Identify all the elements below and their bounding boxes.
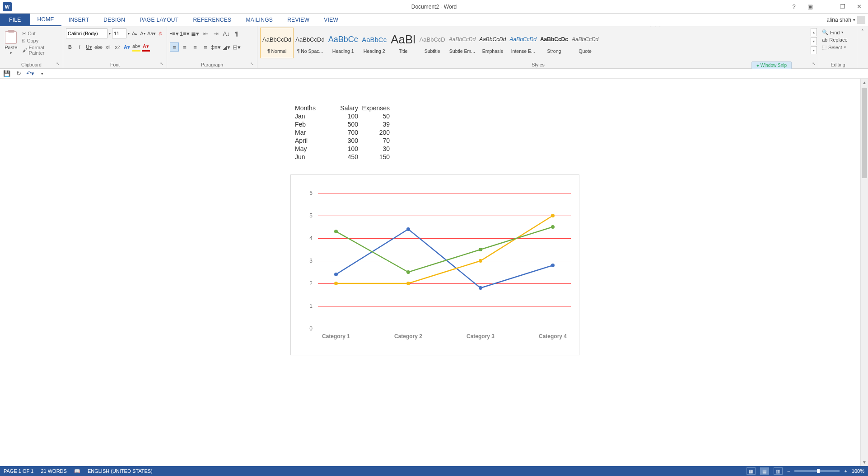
tab-references[interactable]: REFERENCES <box>186 14 238 26</box>
style-subtitle[interactable]: AaBbCcDSubtitle <box>418 28 447 58</box>
increase-indent-button[interactable]: ⇥ <box>211 29 220 38</box>
zoom-out-button[interactable]: − <box>787 468 790 474</box>
numbering-button[interactable]: 1≡▾ <box>180 29 189 38</box>
style-heading-2[interactable]: AaBbCcHeading 2 <box>360 28 389 58</box>
clear-formatting-button[interactable]: A̷ <box>157 29 164 38</box>
user-name: alina shah <box>826 17 851 23</box>
tab-insert[interactable]: INSERT <box>61 14 97 26</box>
highlight-button[interactable]: ab▾ <box>132 42 140 52</box>
undo-button[interactable]: ↶▾ <box>26 70 34 78</box>
format-painter-button[interactable]: 🖌Format Painter <box>22 45 60 56</box>
subscript-button[interactable]: x2 <box>104 42 112 52</box>
proofing-icon[interactable]: 📖 <box>74 468 80 474</box>
strikethrough-button[interactable]: abc <box>94 42 103 52</box>
change-case-button[interactable]: Aa▾ <box>148 29 156 38</box>
shading-button[interactable]: ◢▾ <box>222 42 231 52</box>
web-layout-button[interactable]: ▥ <box>774 467 783 475</box>
zoom-in-button[interactable]: + <box>844 468 847 474</box>
borders-button[interactable]: ⊞▾ <box>232 42 241 52</box>
tab-design[interactable]: DESIGN <box>96 14 132 26</box>
grow-font-button[interactable]: A▴ <box>131 29 138 38</box>
vertical-scrollbar[interactable]: ▲ ▼ <box>860 79 868 466</box>
zoom-level[interactable]: 100% <box>852 468 864 474</box>
bold-button[interactable]: B <box>66 42 74 52</box>
tab-mailings[interactable]: MAILINGS <box>238 14 280 26</box>
print-layout-button[interactable]: ▤ <box>760 467 769 475</box>
style-heading-1[interactable]: AaBbCcHeading 1 <box>327 28 360 58</box>
data-table[interactable]: MonthsSalaryExpensesJan10050Feb50039Mar7… <box>295 104 390 161</box>
scroll-up-arrow[interactable]: ▲ <box>861 79 868 86</box>
tab-page-layout[interactable]: PAGE LAYOUT <box>132 14 186 26</box>
help-button[interactable]: ? <box>789 2 799 11</box>
table-header: Months <box>295 104 327 112</box>
styles-scroll-down[interactable]: ▾ <box>811 37 817 45</box>
save-button[interactable]: 💾 <box>3 70 11 78</box>
font-size-combo[interactable] <box>112 28 126 38</box>
style-title[interactable]: AaBlTitle <box>389 28 418 58</box>
align-right-button[interactable]: ≡ <box>191 42 200 52</box>
style--no-spac-[interactable]: AaBbCcDd¶ No Spac... <box>294 28 326 58</box>
align-center-button[interactable]: ≡ <box>180 42 189 52</box>
style-subtle-em-[interactable]: AaBbCcDdSubtle Em... <box>447 28 477 58</box>
qat-customize[interactable]: ▾ <box>38 70 46 78</box>
style-strong[interactable]: AaBbCcDcStrong <box>538 28 570 58</box>
styles-scroll-up[interactable]: ▴ <box>811 28 817 36</box>
collapse-ribbon-button[interactable]: ˄ <box>857 26 868 68</box>
font-launcher[interactable]: ⤡ <box>160 61 165 67</box>
user-account[interactable]: alina shah▾ <box>826 14 865 26</box>
style--normal[interactable]: AaBbCcDd¶ Normal <box>260 28 294 58</box>
bullets-button[interactable]: •≡▾ <box>170 29 179 38</box>
decrease-indent-button[interactable]: ⇤ <box>201 29 210 38</box>
tab-home[interactable]: HOME <box>30 14 61 26</box>
clipboard-launcher[interactable]: ⤡ <box>56 61 61 67</box>
language-indicator[interactable]: ENGLISH (UNITED STATES) <box>88 468 153 474</box>
minimize-button[interactable]: — <box>821 2 832 11</box>
copy-button[interactable]: ⎘Copy <box>22 38 60 43</box>
x-tick-label: Category 2 <box>394 333 422 339</box>
show-marks-button[interactable]: ¶ <box>232 29 241 38</box>
tab-view[interactable]: VIEW <box>317 14 345 26</box>
repeat-button[interactable]: ↻ <box>14 70 23 78</box>
replace-button[interactable]: abReplace <box>822 37 854 42</box>
align-left-button[interactable]: ≡ <box>170 42 179 52</box>
line-spacing-button[interactable]: ‡≡▾ <box>211 42 220 52</box>
close-button[interactable]: ✕ <box>854 2 864 11</box>
read-mode-button[interactable]: ▦ <box>747 467 756 475</box>
select-button[interactable]: ⬚Select▾ <box>822 44 854 50</box>
restore-button[interactable]: ❐ <box>837 2 848 11</box>
paragraph-launcher[interactable]: ⤡ <box>250 61 256 67</box>
zoom-slider[interactable] <box>794 470 840 472</box>
chart-object[interactable]: 0123456Category 1Category 2Category 3Cat… <box>290 174 579 355</box>
find-button[interactable]: 🔍Find▾ <box>822 29 854 35</box>
style-intense-e-[interactable]: AaBbCcDdIntense E... <box>508 28 538 58</box>
style-quote[interactable]: AaBbCcDdQuote <box>570 28 600 58</box>
italic-button[interactable]: I <box>75 42 84 52</box>
cut-button[interactable]: ✂Cut <box>22 31 60 37</box>
document-area[interactable]: MonthsSalaryExpensesJan10050Feb50039Mar7… <box>0 79 868 466</box>
styles-launcher[interactable]: ⤡ <box>812 61 817 67</box>
text-effects-button[interactable]: A▾ <box>123 42 131 52</box>
font-color-button[interactable]: A▾ <box>142 42 150 52</box>
scroll-thumb[interactable] <box>862 88 867 178</box>
paste-button[interactable]: Paste ▾ <box>3 28 19 58</box>
justify-button[interactable]: ≡ <box>201 42 210 52</box>
font-name-combo[interactable] <box>66 28 107 38</box>
tab-review[interactable]: REVIEW <box>280 14 317 26</box>
multilevel-list-button[interactable]: ≣▾ <box>191 29 200 38</box>
page-indicator[interactable]: PAGE 1 OF 1 <box>4 468 33 474</box>
word-count[interactable]: 21 WORDS <box>41 468 66 474</box>
style-emphasis[interactable]: AaBbCcDdEmphasis <box>477 28 508 58</box>
ribbon-display-options-button[interactable]: ▣ <box>805 2 816 11</box>
table-header: Salary <box>327 104 358 112</box>
tab-file[interactable]: FILE <box>0 14 30 26</box>
shrink-font-button[interactable]: A▾ <box>139 29 146 38</box>
group-clipboard: Paste ▾ ✂Cut ⎘Copy 🖌Format Painter Clipb… <box>0 26 63 68</box>
user-avatar-icon <box>857 16 865 24</box>
scroll-down-arrow[interactable]: ▼ <box>861 458 868 466</box>
underline-button[interactable]: U▾ <box>85 42 93 52</box>
styles-expand[interactable]: ▾ <box>811 46 817 54</box>
group-editing: 🔍Find▾ abReplace ⬚Select▾ Editing <box>819 26 857 68</box>
sort-button[interactable]: A↓ <box>222 29 231 38</box>
table-row: Mar700200 <box>295 128 390 137</box>
superscript-button[interactable]: x2 <box>113 42 121 52</box>
